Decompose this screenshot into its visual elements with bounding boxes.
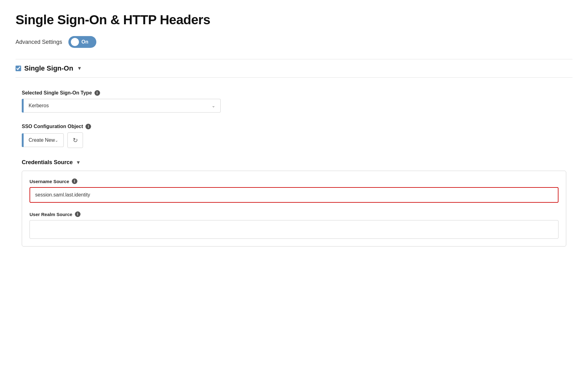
toggle-knob	[71, 38, 79, 46]
advanced-settings-row: Advanced Settings On	[16, 36, 572, 48]
sso-config-refresh-button[interactable]: ↻	[67, 132, 83, 148]
advanced-settings-label: Advanced Settings	[16, 39, 62, 45]
refresh-icon: ↻	[73, 136, 78, 144]
user-realm-source-group: User Realm Source i	[30, 211, 558, 239]
credentials-source-header: Credentials Source ▼	[22, 159, 566, 166]
sso-config-select-wrapper: Create New ⌄	[22, 133, 64, 147]
username-source-info-icon[interactable]: i	[72, 178, 77, 184]
sso-config-field-group: SSO Configuration Object i Create New ⌄ …	[22, 124, 566, 148]
credentials-source-title: Credentials Source	[22, 159, 73, 166]
sso-section-content: Selected Single Sign-On Type i Kerberos …	[16, 78, 572, 253]
credentials-source-section: Credentials Source ▼ Username Source i U…	[22, 159, 566, 247]
sso-type-chevron-icon: ⌄	[212, 103, 215, 108]
user-realm-source-input[interactable]	[30, 220, 558, 239]
sso-type-select-wrapper: Kerberos ⌄	[22, 99, 221, 113]
sso-type-info-icon[interactable]: i	[94, 90, 100, 96]
sso-type-field-group: Selected Single Sign-On Type i Kerberos …	[22, 90, 566, 113]
sso-section-checkbox[interactable]	[16, 66, 21, 71]
username-source-label: Username Source i	[30, 178, 558, 184]
advanced-settings-toggle[interactable]: On	[68, 36, 96, 48]
user-realm-source-label-text: User Realm Source	[30, 212, 72, 217]
page-title: Single Sign-On & HTTP Headers	[16, 12, 572, 27]
sso-config-label: SSO Configuration Object i	[22, 124, 566, 129]
username-source-label-text: Username Source	[30, 179, 69, 184]
sso-section-chevron[interactable]: ▼	[77, 66, 82, 71]
sso-config-chevron-icon: ⌄	[55, 138, 58, 143]
sso-section-title: Single Sign-On	[24, 64, 73, 72]
toggle-label: On	[81, 39, 88, 45]
sso-config-selected-value: Create New	[29, 137, 55, 143]
sso-config-row: Create New ⌄ ↻	[22, 132, 566, 148]
sso-type-label-text: Selected Single Sign-On Type	[22, 90, 92, 96]
sso-section-header: Single Sign-On ▼	[16, 59, 572, 78]
user-realm-source-label: User Realm Source i	[30, 211, 558, 217]
username-source-input[interactable]	[30, 187, 558, 203]
credentials-box: Username Source i User Realm Source i	[22, 171, 566, 247]
sso-type-label: Selected Single Sign-On Type i	[22, 90, 566, 96]
sso-config-label-text: SSO Configuration Object	[22, 124, 83, 129]
sso-config-select[interactable]: Create New ⌄	[24, 133, 64, 147]
sso-config-info-icon[interactable]: i	[85, 124, 91, 129]
sso-type-select[interactable]: Kerberos ⌄	[24, 99, 221, 113]
credentials-source-chevron[interactable]: ▼	[76, 160, 81, 165]
user-realm-source-info-icon[interactable]: i	[75, 211, 80, 217]
sso-type-selected-value: Kerberos	[29, 103, 49, 108]
username-source-group: Username Source i	[30, 178, 558, 203]
